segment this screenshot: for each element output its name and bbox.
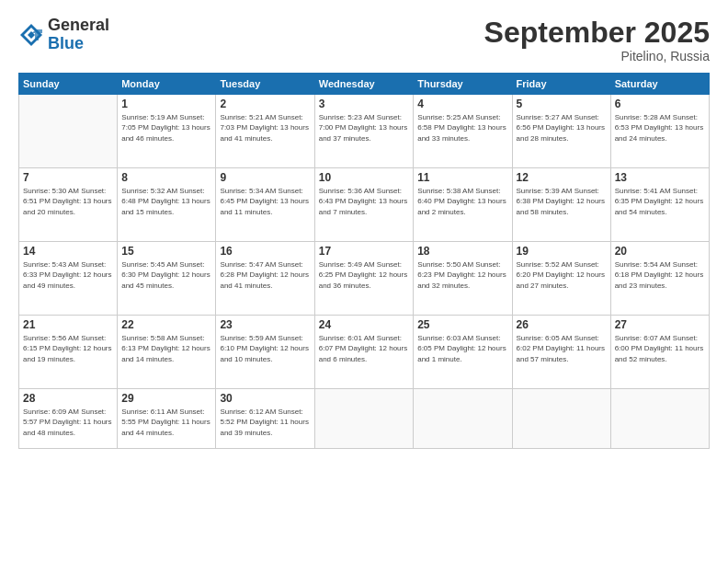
header-tuesday: Tuesday xyxy=(216,74,314,95)
table-row: 19Sunrise: 5:52 AM Sunset: 6:20 PM Dayli… xyxy=(512,242,610,316)
day-number: 12 xyxy=(517,171,607,184)
day-info: Sunrise: 6:12 AM Sunset: 5:52 PM Dayligh… xyxy=(220,407,310,438)
day-number: 21 xyxy=(23,318,113,331)
table-row: 5Sunrise: 5:27 AM Sunset: 6:56 PM Daylig… xyxy=(512,95,610,168)
table-row: 23Sunrise: 5:59 AM Sunset: 6:10 PM Dayli… xyxy=(216,316,314,389)
table-row: 14Sunrise: 5:43 AM Sunset: 6:33 PM Dayli… xyxy=(19,242,118,316)
day-number: 1 xyxy=(121,98,211,110)
day-number: 3 xyxy=(319,98,409,110)
day-info: Sunrise: 6:07 AM Sunset: 6:00 PM Dayligh… xyxy=(615,333,705,364)
header: General Blue September 2025 Pitelino, Ru… xyxy=(18,17,710,63)
table-row xyxy=(314,389,413,449)
logo-general-text: General xyxy=(48,17,109,35)
day-info: Sunrise: 5:27 AM Sunset: 6:56 PM Dayligh… xyxy=(517,112,607,144)
day-number: 5 xyxy=(517,98,607,110)
day-info: Sunrise: 6:01 AM Sunset: 6:07 PM Dayligh… xyxy=(319,333,409,364)
header-saturday: Saturday xyxy=(610,74,709,95)
table-row: 22Sunrise: 5:58 AM Sunset: 6:13 PM Dayli… xyxy=(118,316,216,389)
day-number: 20 xyxy=(615,245,705,258)
day-info: Sunrise: 6:09 AM Sunset: 5:57 PM Dayligh… xyxy=(23,407,113,438)
day-info: Sunrise: 5:41 AM Sunset: 6:35 PM Dayligh… xyxy=(615,186,705,217)
day-info: Sunrise: 6:11 AM Sunset: 5:55 PM Dayligh… xyxy=(121,407,211,438)
table-row: 25Sunrise: 6:03 AM Sunset: 6:05 PM Dayli… xyxy=(414,316,512,389)
day-info: Sunrise: 5:38 AM Sunset: 6:40 PM Dayligh… xyxy=(417,186,507,217)
day-number: 22 xyxy=(121,318,211,331)
day-info: Sunrise: 5:45 AM Sunset: 6:30 PM Dayligh… xyxy=(121,259,211,291)
day-info: Sunrise: 5:30 AM Sunset: 6:51 PM Dayligh… xyxy=(23,186,113,217)
table-row: 7Sunrise: 5:30 AM Sunset: 6:51 PM Daylig… xyxy=(19,168,118,242)
table-row: 17Sunrise: 5:49 AM Sunset: 6:25 PM Dayli… xyxy=(314,242,413,316)
day-number: 25 xyxy=(417,318,507,331)
logo-icon xyxy=(18,22,44,48)
table-row: 4Sunrise: 5:25 AM Sunset: 6:58 PM Daylig… xyxy=(414,95,512,168)
calendar-table: Sunday Monday Tuesday Wednesday Thursday… xyxy=(18,73,710,449)
table-row: 10Sunrise: 5:36 AM Sunset: 6:43 PM Dayli… xyxy=(314,168,413,242)
day-info: Sunrise: 5:58 AM Sunset: 6:13 PM Dayligh… xyxy=(121,333,211,364)
table-row: 2Sunrise: 5:21 AM Sunset: 7:03 PM Daylig… xyxy=(216,95,314,168)
day-number: 17 xyxy=(319,245,409,258)
day-info: Sunrise: 5:28 AM Sunset: 6:53 PM Dayligh… xyxy=(615,112,705,144)
table-row: 24Sunrise: 6:01 AM Sunset: 6:07 PM Dayli… xyxy=(314,316,413,389)
header-monday: Monday xyxy=(118,74,216,95)
day-number: 23 xyxy=(220,318,310,331)
table-row: 16Sunrise: 5:47 AM Sunset: 6:28 PM Dayli… xyxy=(216,242,314,316)
header-friday: Friday xyxy=(512,74,610,95)
table-row: 12Sunrise: 5:39 AM Sunset: 6:38 PM Dayli… xyxy=(512,168,610,242)
day-info: Sunrise: 6:05 AM Sunset: 6:02 PM Dayligh… xyxy=(517,333,607,364)
table-row: 26Sunrise: 6:05 AM Sunset: 6:02 PM Dayli… xyxy=(512,316,610,389)
table-row xyxy=(512,389,610,449)
table-row xyxy=(414,389,512,449)
day-info: Sunrise: 6:03 AM Sunset: 6:05 PM Dayligh… xyxy=(417,333,507,364)
calendar-header-row: Sunday Monday Tuesday Wednesday Thursday… xyxy=(19,74,710,95)
day-info: Sunrise: 5:39 AM Sunset: 6:38 PM Dayligh… xyxy=(517,186,607,217)
table-row xyxy=(19,95,118,168)
day-info: Sunrise: 5:43 AM Sunset: 6:33 PM Dayligh… xyxy=(23,259,113,291)
day-number: 8 xyxy=(121,171,211,184)
day-number: 10 xyxy=(319,171,409,184)
day-info: Sunrise: 5:34 AM Sunset: 6:45 PM Dayligh… xyxy=(220,186,310,217)
header-wednesday: Wednesday xyxy=(314,74,413,95)
month-title: September 2025 xyxy=(484,17,710,49)
day-number: 11 xyxy=(417,171,507,184)
day-info: Sunrise: 5:19 AM Sunset: 7:05 PM Dayligh… xyxy=(121,112,211,144)
table-row: 28Sunrise: 6:09 AM Sunset: 5:57 PM Dayli… xyxy=(19,389,118,449)
table-row: 8Sunrise: 5:32 AM Sunset: 6:48 PM Daylig… xyxy=(118,168,216,242)
header-thursday: Thursday xyxy=(414,74,512,95)
day-number: 30 xyxy=(220,392,310,405)
day-number: 14 xyxy=(23,245,113,258)
table-row xyxy=(610,389,709,449)
day-info: Sunrise: 5:56 AM Sunset: 6:15 PM Dayligh… xyxy=(23,333,113,364)
day-number: 4 xyxy=(417,98,507,110)
table-row: 9Sunrise: 5:34 AM Sunset: 6:45 PM Daylig… xyxy=(216,168,314,242)
table-row: 30Sunrise: 6:12 AM Sunset: 5:52 PM Dayli… xyxy=(216,389,314,449)
day-info: Sunrise: 5:50 AM Sunset: 6:23 PM Dayligh… xyxy=(417,259,507,291)
logo: General Blue xyxy=(18,17,109,53)
day-info: Sunrise: 5:52 AM Sunset: 6:20 PM Dayligh… xyxy=(517,259,607,291)
day-number: 2 xyxy=(220,98,310,110)
table-row: 18Sunrise: 5:50 AM Sunset: 6:23 PM Dayli… xyxy=(414,242,512,316)
day-number: 9 xyxy=(220,171,310,184)
table-row: 20Sunrise: 5:54 AM Sunset: 6:18 PM Dayli… xyxy=(610,242,709,316)
table-row: 11Sunrise: 5:38 AM Sunset: 6:40 PM Dayli… xyxy=(414,168,512,242)
day-number: 16 xyxy=(220,245,310,258)
day-info: Sunrise: 5:54 AM Sunset: 6:18 PM Dayligh… xyxy=(615,259,705,291)
logo-text: General Blue xyxy=(48,17,109,53)
title-block: September 2025 Pitelino, Russia xyxy=(484,17,710,63)
day-info: Sunrise: 5:21 AM Sunset: 7:03 PM Dayligh… xyxy=(220,112,310,144)
day-info: Sunrise: 5:36 AM Sunset: 6:43 PM Dayligh… xyxy=(319,186,409,217)
day-info: Sunrise: 5:25 AM Sunset: 6:58 PM Dayligh… xyxy=(417,112,507,144)
page: General Blue September 2025 Pitelino, Ru… xyxy=(0,0,728,563)
day-info: Sunrise: 5:59 AM Sunset: 6:10 PM Dayligh… xyxy=(220,333,310,364)
table-row: 1Sunrise: 5:19 AM Sunset: 7:05 PM Daylig… xyxy=(118,95,216,168)
location: Pitelino, Russia xyxy=(484,49,710,63)
table-row: 27Sunrise: 6:07 AM Sunset: 6:00 PM Dayli… xyxy=(610,316,709,389)
logo-blue-text: Blue xyxy=(48,35,109,53)
day-number: 19 xyxy=(517,245,607,258)
table-row: 6Sunrise: 5:28 AM Sunset: 6:53 PM Daylig… xyxy=(610,95,709,168)
table-row: 21Sunrise: 5:56 AM Sunset: 6:15 PM Dayli… xyxy=(19,316,118,389)
day-number: 6 xyxy=(615,98,705,110)
header-sunday: Sunday xyxy=(19,74,118,95)
day-number: 15 xyxy=(121,245,211,258)
table-row: 15Sunrise: 5:45 AM Sunset: 6:30 PM Dayli… xyxy=(118,242,216,316)
day-info: Sunrise: 5:49 AM Sunset: 6:25 PM Dayligh… xyxy=(319,259,409,291)
